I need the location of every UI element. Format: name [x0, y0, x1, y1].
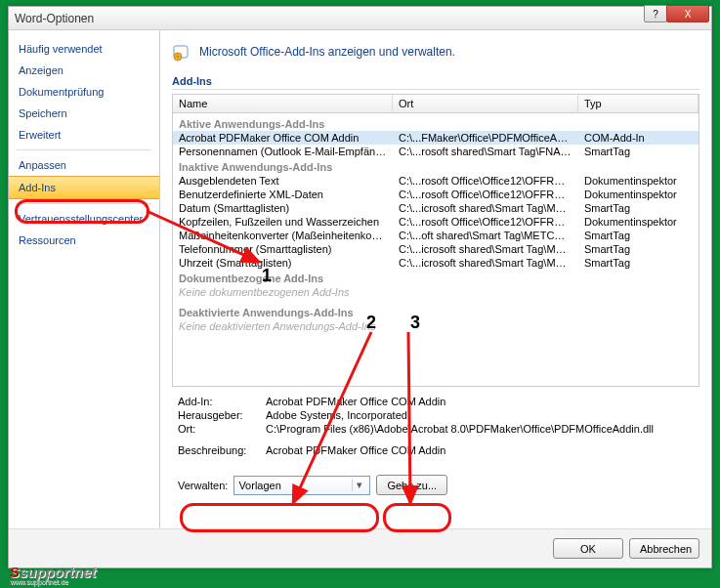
cancel-button[interactable]: Abbrechen — [629, 538, 699, 559]
annotation-number-1: 1 — [262, 266, 272, 286]
addin-details: Add-In:Acrobat PDFMaker Office COM Addin… — [172, 387, 699, 461]
sidebar-item-trustcenter[interactable]: Vertrauensstellungscenter — [9, 208, 159, 230]
table-row[interactable]: Maßeinheitenkonverter (Maßeinheitenkonve… — [173, 229, 699, 242]
cell-typ: Dokumentinspektor — [578, 216, 699, 228]
col-name-header[interactable]: Name — [173, 95, 393, 112]
sidebar-item-display[interactable]: Anzeigen — [9, 60, 159, 81]
header-text: Microsoft Office-Add-Ins anzeigen und ve… — [199, 45, 455, 59]
table-header: Name Ort Typ — [173, 95, 699, 113]
table-group-header: Deaktivierte Anwendungs-Add-Ins — [173, 304, 699, 319]
col-ort-header[interactable]: Ort — [393, 95, 578, 112]
window-title: Word-Optionen — [15, 12, 94, 25]
sidebar: Häufig verwendet Anzeigen Dokumentprüfun… — [9, 30, 160, 528]
cell-name: Datum (Smarttaglisten) — [173, 202, 393, 214]
cell-name: Maßeinheitenkonverter (Maßeinheitenkonve… — [173, 230, 393, 241]
chevron-down-icon: ▾ — [352, 479, 365, 491]
cell-ort: C:\...oft shared\Smart Tag\METCONV.DLL — [393, 230, 578, 241]
cell-name: Benutzerdefinierte XML-Daten — [173, 189, 393, 200]
cell-name: Personennamen (Outlook E-Mail-Empfänger) — [173, 146, 393, 157]
cell-name: Acrobat PDFMaker Office COM Addin — [173, 132, 393, 144]
cell-ort: C:\...icrosoft shared\Smart Tag\MOFL.DLL — [393, 202, 578, 214]
manage-dropdown[interactable]: Vorlagen ▾ — [233, 476, 370, 495]
table-row[interactable]: Benutzerdefinierte XML-DatenC:\...rosoft… — [173, 188, 699, 201]
sidebar-item-advanced[interactable]: Erweitert — [9, 124, 159, 146]
table-row[interactable]: Acrobat PDFMaker Office COM AddinC:\...F… — [173, 131, 699, 145]
titlebar: Word-Optionen ? X — [9, 7, 711, 30]
table-group-empty: Keine deaktivierten Anwendungs-Add-Ins — [173, 319, 699, 338]
cell-typ: SmartTag — [578, 230, 699, 241]
detail-publisher-value: Adobe Systems, Incorporated — [266, 409, 407, 421]
detail-publisher-label: Herausgeber: — [178, 409, 266, 421]
annotation-number-3: 3 — [410, 313, 420, 333]
sidebar-item-proofing[interactable]: Dokumentprüfung — [9, 81, 159, 103]
detail-description-value: Acrobat PDFMaker Office COM Addin — [266, 444, 445, 456]
table-row[interactable]: Ausgeblendeten TextC:\...rosoft Office\O… — [173, 174, 699, 188]
sidebar-item-save[interactable]: Speichern — [9, 103, 159, 124]
table-row[interactable]: Personennamen (Outlook E-Mail-Empfänger)… — [173, 145, 699, 158]
cell-ort: C:\...icrosoft shared\Smart Tag\MOFL.DLL — [393, 243, 578, 255]
cell-ort: C:\...rosoft Office\Office12\OFFRHD.DLL — [393, 216, 578, 228]
cell-typ: Dokumentinspektor — [578, 175, 699, 187]
cell-typ: COM-Add-In — [578, 132, 699, 144]
detail-addin-label: Add-In: — [178, 396, 266, 407]
cell-name: Uhrzeit (Smarttaglisten) — [173, 257, 393, 269]
cell-ort: C:\...rosoft Office\Office12\OFFRHD.DLL — [393, 189, 578, 200]
detail-addin-value: Acrobat PDFMaker Office COM Addin — [266, 396, 445, 407]
col-typ-header[interactable]: Typ — [578, 95, 699, 112]
section-label: Add-Ins — [172, 71, 699, 90]
table-row[interactable]: Telefonnummer (Smarttaglisten)C:\...icro… — [173, 242, 699, 256]
addins-table: Name Ort Typ Aktive Anwendungs-Add-InsAc… — [172, 94, 699, 387]
sidebar-item-addins[interactable]: Add-Ins — [9, 176, 159, 199]
sidebar-item-customize[interactable]: Anpassen — [9, 154, 159, 176]
go-button[interactable]: Gehe zu... — [376, 475, 447, 495]
cell-ort: C:\...rosoft Office\Office12\OFFRHD.DLL — [393, 175, 578, 187]
dialog-footer: OK Abbrechen — [9, 528, 711, 567]
cell-typ: SmartTag — [578, 257, 699, 269]
table-group-empty: Keine dokumentbezogenen Add-Ins — [173, 285, 699, 304]
sidebar-item-frequent[interactable]: Häufig verwendet — [9, 38, 159, 60]
addins-icon — [172, 42, 191, 62]
cell-ort: C:\...icrosoft shared\Smart Tag\MOFL.DLL — [393, 257, 578, 269]
detail-location-value: C:\Program Files (x86)\Adobe\Acrobat 8.0… — [266, 423, 654, 435]
cell-name: Telefonnummer (Smarttaglisten) — [173, 243, 393, 255]
table-group-header: Inaktive Anwendungs-Add-Ins — [173, 158, 699, 174]
main-panel: Microsoft Office-Add-Ins anzeigen und ve… — [160, 30, 711, 528]
help-button[interactable]: ? — [644, 5, 667, 22]
detail-location-label: Ort: — [178, 423, 266, 435]
table-body[interactable]: Aktive Anwendungs-Add-InsAcrobat PDFMake… — [173, 113, 699, 386]
cell-name: Ausgeblendeten Text — [173, 175, 393, 187]
cell-typ: Dokumentinspektor — [578, 189, 699, 200]
annotation-number-2: 2 — [366, 313, 376, 333]
cell-typ: SmartTag — [578, 202, 699, 214]
table-group-header: Aktive Anwendungs-Add-Ins — [173, 115, 699, 131]
options-dialog: Word-Optionen ? X Häufig verwendet Anzei… — [8, 6, 712, 568]
ok-button[interactable]: OK — [553, 538, 623, 559]
cell-name: Kopfzeilen, Fußzeilen und Wasserzeichen — [173, 216, 393, 228]
table-group-header: Dokumentbezogene Add-Ins — [173, 270, 699, 285]
cell-typ: SmartTag — [578, 243, 699, 255]
cell-ort: C:\...FMaker\Office\PDFMOfficeAddin.dll — [393, 132, 578, 144]
table-row[interactable]: Kopfzeilen, Fußzeilen und WasserzeichenC… — [173, 215, 699, 229]
cell-typ: SmartTag — [578, 146, 699, 157]
manage-label: Verwalten: — [178, 480, 228, 491]
table-row[interactable]: Uhrzeit (Smarttaglisten)C:\...icrosoft s… — [173, 256, 699, 270]
manage-dropdown-value: Vorlagen — [238, 480, 280, 491]
manage-row: Verwalten: Vorlagen ▾ Gehe zu... — [172, 461, 699, 499]
cell-ort: C:\...rosoft shared\Smart Tag\FNAME.DLL — [393, 146, 578, 157]
sidebar-item-resources[interactable]: Ressourcen — [9, 230, 159, 251]
table-row[interactable]: Datum (Smarttaglisten)C:\...icrosoft sha… — [173, 201, 699, 215]
detail-description-label: Beschreibung: — [178, 444, 266, 456]
close-button[interactable]: X — [666, 5, 709, 22]
